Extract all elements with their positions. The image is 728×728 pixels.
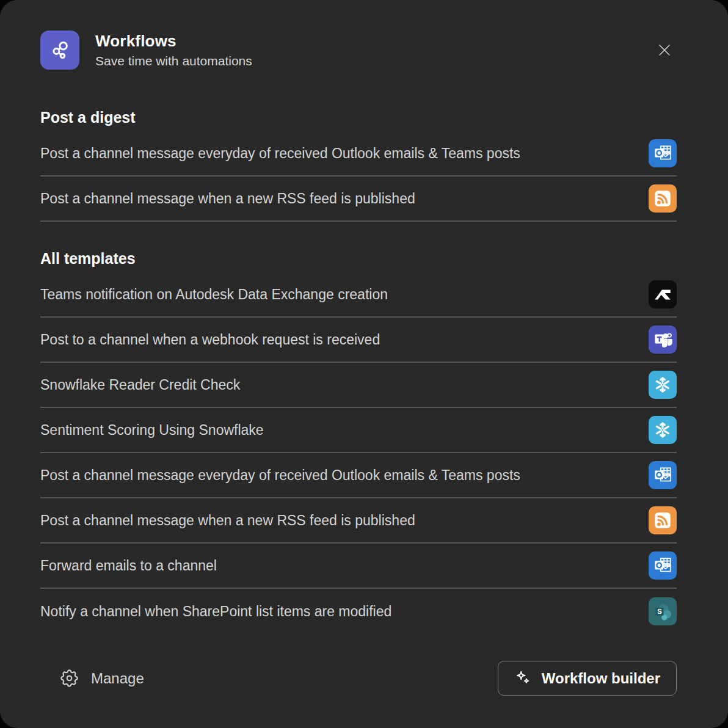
dialog-footer: Manage Workflow builder [40, 661, 677, 696]
workflow-builder-label: Workflow builder [542, 670, 660, 687]
template-label: Post a channel message when a new RSS fe… [40, 512, 645, 529]
template-row[interactable]: Post a channel message everyday of recei… [40, 453, 677, 498]
teams-icon [649, 326, 677, 354]
template-row[interactable]: Post a channel message when a new RSS fe… [40, 177, 677, 222]
gear-icon [59, 668, 80, 689]
snowflake-icon [649, 416, 677, 444]
sharepoint-icon: S [649, 597, 677, 625]
template-label: Snowflake Reader Credit Check [40, 377, 645, 393]
workflows-dialog: Workflows Save time with automations Pos… [0, 0, 728, 728]
section-heading-post-a-digest: Post a digest [40, 109, 677, 126]
outlook-icon [649, 461, 677, 489]
workflow-icon [48, 38, 72, 62]
rss-icon [649, 184, 677, 213]
template-label: Notify a channel when SharePoint list it… [40, 603, 645, 620]
template-row[interactable]: Post a channel message when a new RSS fe… [40, 498, 677, 544]
snowflake-icon [649, 371, 677, 399]
outlook-icon [649, 139, 677, 167]
template-row[interactable]: Forward emails to a channel [40, 544, 677, 589]
autodesk-icon [649, 280, 677, 308]
template-row[interactable]: Teams notification on Autodesk Data Exch… [40, 272, 677, 318]
template-label: Post a channel message everyday of recei… [40, 467, 645, 484]
post-a-digest-list: Post a channel message everyday of recei… [40, 131, 677, 222]
template-row[interactable]: Notify a channel when SharePoint list it… [40, 589, 677, 634]
template-row[interactable]: Sentiment Scoring Using Snowflake [40, 408, 677, 453]
all-templates-list: Teams notification on Autodesk Data Exch… [40, 272, 677, 634]
template-label: Sentiment Scoring Using Snowflake [40, 422, 645, 439]
section-heading-all-templates: All templates [40, 250, 677, 268]
sparkles-icon [514, 669, 533, 688]
dialog-subtitle: Save time with automations [95, 54, 252, 68]
close-icon [656, 42, 673, 59]
dialog-title: Workflows [95, 32, 252, 51]
dialog-header: Workflows Save time with automations [40, 0, 677, 70]
manage-button[interactable]: Manage [59, 668, 144, 689]
template-row[interactable]: Post a channel message everyday of recei… [40, 131, 677, 177]
template-row[interactable]: Snowflake Reader Credit Check [40, 363, 677, 408]
svg-text:S: S [657, 608, 661, 615]
workflows-app-icon [40, 31, 79, 70]
template-label: Teams notification on Autodesk Data Exch… [40, 286, 645, 303]
template-label: Post a channel message when a new RSS fe… [40, 191, 645, 207]
workflow-builder-button[interactable]: Workflow builder [498, 661, 677, 696]
template-label: Post a channel message everyday of recei… [40, 145, 645, 162]
close-button[interactable] [652, 38, 677, 62]
header-text: Workflows Save time with automations [95, 32, 252, 68]
template-label: Forward emails to a channel [40, 558, 645, 574]
manage-label: Manage [91, 670, 144, 687]
rss-icon [649, 506, 677, 534]
template-label: Post to a channel when a webhook request… [40, 332, 645, 348]
outlook-icon [649, 551, 677, 580]
template-row[interactable]: Post to a channel when a webhook request… [40, 318, 677, 363]
